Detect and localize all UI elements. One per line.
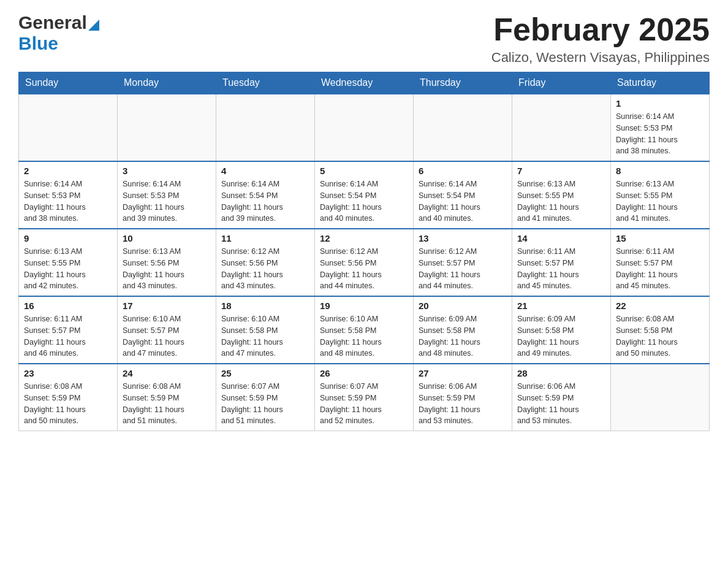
calendar-cell: 13Sunrise: 6:12 AM Sunset: 5:57 PM Dayli… bbox=[414, 229, 512, 296]
calendar-cell: 12Sunrise: 6:12 AM Sunset: 5:56 PM Dayli… bbox=[315, 229, 414, 296]
weekday-header-sunday: Sunday bbox=[19, 72, 118, 94]
weekday-header-friday: Friday bbox=[512, 72, 611, 94]
calendar-cell bbox=[512, 94, 611, 161]
calendar-cell: 25Sunrise: 6:07 AM Sunset: 5:59 PM Dayli… bbox=[216, 364, 315, 431]
calendar-header-row: SundayMondayTuesdayWednesdayThursdayFrid… bbox=[19, 72, 710, 94]
page-header: General Blue February 2025 Calizo, Weste… bbox=[18, 12, 710, 66]
calendar-cell bbox=[414, 94, 512, 161]
day-info: Sunrise: 6:09 AM Sunset: 5:58 PM Dayligh… bbox=[517, 313, 605, 359]
calendar-week-row: 23Sunrise: 6:08 AM Sunset: 5:59 PM Dayli… bbox=[19, 364, 710, 431]
day-number: 26 bbox=[320, 368, 408, 378]
calendar-cell bbox=[216, 94, 315, 161]
day-number: 28 bbox=[517, 368, 605, 378]
day-number: 16 bbox=[24, 301, 112, 311]
day-info: Sunrise: 6:13 AM Sunset: 5:55 PM Dayligh… bbox=[24, 246, 112, 292]
calendar-cell: 26Sunrise: 6:07 AM Sunset: 5:59 PM Dayli… bbox=[315, 364, 414, 431]
calendar-table: SundayMondayTuesdayWednesdayThursdayFrid… bbox=[18, 72, 710, 431]
calendar-cell: 2Sunrise: 6:14 AM Sunset: 5:53 PM Daylig… bbox=[19, 161, 118, 229]
day-info: Sunrise: 6:08 AM Sunset: 5:58 PM Dayligh… bbox=[616, 313, 704, 359]
day-number: 1 bbox=[616, 98, 704, 109]
calendar-cell: 16Sunrise: 6:11 AM Sunset: 5:57 PM Dayli… bbox=[19, 296, 118, 364]
day-number: 22 bbox=[616, 301, 704, 311]
logo-arrow-icon bbox=[88, 17, 99, 31]
day-info: Sunrise: 6:12 AM Sunset: 5:56 PM Dayligh… bbox=[320, 246, 408, 292]
day-info: Sunrise: 6:07 AM Sunset: 5:59 PM Dayligh… bbox=[320, 381, 408, 427]
calendar-cell: 20Sunrise: 6:09 AM Sunset: 5:58 PM Dayli… bbox=[414, 296, 512, 364]
calendar-cell: 4Sunrise: 6:14 AM Sunset: 5:54 PM Daylig… bbox=[216, 161, 315, 229]
weekday-header-thursday: Thursday bbox=[414, 72, 512, 94]
day-number: 4 bbox=[221, 166, 309, 176]
day-number: 2 bbox=[24, 166, 112, 176]
day-number: 3 bbox=[123, 166, 211, 176]
day-info: Sunrise: 6:06 AM Sunset: 5:59 PM Dayligh… bbox=[419, 381, 507, 427]
day-number: 8 bbox=[616, 166, 704, 176]
logo-general-text: General bbox=[18, 12, 87, 33]
day-number: 15 bbox=[616, 233, 704, 243]
day-info: Sunrise: 6:08 AM Sunset: 5:59 PM Dayligh… bbox=[24, 381, 112, 427]
calendar-week-row: 16Sunrise: 6:11 AM Sunset: 5:57 PM Dayli… bbox=[19, 296, 710, 364]
day-info: Sunrise: 6:11 AM Sunset: 5:57 PM Dayligh… bbox=[517, 246, 605, 292]
day-info: Sunrise: 6:12 AM Sunset: 5:57 PM Dayligh… bbox=[419, 246, 507, 292]
day-info: Sunrise: 6:14 AM Sunset: 5:53 PM Dayligh… bbox=[123, 178, 211, 224]
day-info: Sunrise: 6:14 AM Sunset: 5:54 PM Dayligh… bbox=[419, 178, 507, 224]
calendar-cell: 28Sunrise: 6:06 AM Sunset: 5:59 PM Dayli… bbox=[512, 364, 611, 431]
title-block: February 2025 Calizo, Western Visayas, P… bbox=[491, 12, 710, 66]
weekday-header-monday: Monday bbox=[118, 72, 216, 94]
day-number: 21 bbox=[517, 301, 605, 311]
day-number: 19 bbox=[320, 301, 408, 311]
day-info: Sunrise: 6:08 AM Sunset: 5:59 PM Dayligh… bbox=[123, 381, 211, 427]
day-info: Sunrise: 6:13 AM Sunset: 5:55 PM Dayligh… bbox=[517, 178, 605, 224]
logo: General Blue bbox=[18, 12, 99, 54]
calendar-cell: 11Sunrise: 6:12 AM Sunset: 5:56 PM Dayli… bbox=[216, 229, 315, 296]
day-info: Sunrise: 6:06 AM Sunset: 5:59 PM Dayligh… bbox=[517, 381, 605, 427]
day-number: 20 bbox=[419, 301, 507, 311]
day-info: Sunrise: 6:11 AM Sunset: 5:57 PM Dayligh… bbox=[616, 246, 704, 292]
calendar-cell: 17Sunrise: 6:10 AM Sunset: 5:57 PM Dayli… bbox=[118, 296, 216, 364]
calendar-cell: 22Sunrise: 6:08 AM Sunset: 5:58 PM Dayli… bbox=[611, 296, 710, 364]
day-info: Sunrise: 6:07 AM Sunset: 5:59 PM Dayligh… bbox=[221, 381, 309, 427]
day-info: Sunrise: 6:11 AM Sunset: 5:57 PM Dayligh… bbox=[24, 313, 112, 359]
day-info: Sunrise: 6:10 AM Sunset: 5:57 PM Dayligh… bbox=[123, 313, 211, 359]
weekday-header-saturday: Saturday bbox=[611, 72, 710, 94]
day-number: 25 bbox=[221, 368, 309, 378]
svg-marker-0 bbox=[88, 20, 99, 31]
weekday-header-wednesday: Wednesday bbox=[315, 72, 414, 94]
day-number: 17 bbox=[123, 301, 211, 311]
calendar-cell: 18Sunrise: 6:10 AM Sunset: 5:58 PM Dayli… bbox=[216, 296, 315, 364]
calendar-cell: 10Sunrise: 6:13 AM Sunset: 5:56 PM Dayli… bbox=[118, 229, 216, 296]
day-number: 18 bbox=[221, 301, 309, 311]
day-info: Sunrise: 6:14 AM Sunset: 5:54 PM Dayligh… bbox=[221, 178, 309, 224]
calendar-week-row: 9Sunrise: 6:13 AM Sunset: 5:55 PM Daylig… bbox=[19, 229, 710, 296]
day-number: 23 bbox=[24, 368, 112, 378]
day-number: 11 bbox=[221, 233, 309, 243]
calendar-cell bbox=[611, 364, 710, 431]
calendar-cell: 23Sunrise: 6:08 AM Sunset: 5:59 PM Dayli… bbox=[19, 364, 118, 431]
day-info: Sunrise: 6:09 AM Sunset: 5:58 PM Dayligh… bbox=[419, 313, 507, 359]
calendar-cell: 24Sunrise: 6:08 AM Sunset: 5:59 PM Dayli… bbox=[118, 364, 216, 431]
calendar-cell: 14Sunrise: 6:11 AM Sunset: 5:57 PM Dayli… bbox=[512, 229, 611, 296]
calendar-cell: 27Sunrise: 6:06 AM Sunset: 5:59 PM Dayli… bbox=[414, 364, 512, 431]
day-info: Sunrise: 6:14 AM Sunset: 5:53 PM Dayligh… bbox=[616, 111, 704, 157]
day-number: 10 bbox=[123, 233, 211, 243]
calendar-cell: 15Sunrise: 6:11 AM Sunset: 5:57 PM Dayli… bbox=[611, 229, 710, 296]
day-info: Sunrise: 6:12 AM Sunset: 5:56 PM Dayligh… bbox=[221, 246, 309, 292]
calendar-subtitle: Calizo, Western Visayas, Philippines bbox=[491, 50, 710, 66]
day-number: 24 bbox=[123, 368, 211, 378]
calendar-cell: 5Sunrise: 6:14 AM Sunset: 5:54 PM Daylig… bbox=[315, 161, 414, 229]
logo-blue-text: Blue bbox=[18, 33, 58, 54]
day-number: 14 bbox=[517, 233, 605, 243]
calendar-cell: 6Sunrise: 6:14 AM Sunset: 5:54 PM Daylig… bbox=[414, 161, 512, 229]
day-number: 13 bbox=[419, 233, 507, 243]
day-info: Sunrise: 6:13 AM Sunset: 5:55 PM Dayligh… bbox=[616, 178, 704, 224]
calendar-cell: 3Sunrise: 6:14 AM Sunset: 5:53 PM Daylig… bbox=[118, 161, 216, 229]
day-number: 12 bbox=[320, 233, 408, 243]
calendar-week-row: 2Sunrise: 6:14 AM Sunset: 5:53 PM Daylig… bbox=[19, 161, 710, 229]
weekday-header-tuesday: Tuesday bbox=[216, 72, 315, 94]
day-info: Sunrise: 6:10 AM Sunset: 5:58 PM Dayligh… bbox=[221, 313, 309, 359]
day-number: 7 bbox=[517, 166, 605, 176]
calendar-week-row: 1Sunrise: 6:14 AM Sunset: 5:53 PM Daylig… bbox=[19, 94, 710, 161]
calendar-cell: 21Sunrise: 6:09 AM Sunset: 5:58 PM Dayli… bbox=[512, 296, 611, 364]
calendar-cell: 7Sunrise: 6:13 AM Sunset: 5:55 PM Daylig… bbox=[512, 161, 611, 229]
calendar-cell bbox=[315, 94, 414, 161]
calendar-cell bbox=[19, 94, 118, 161]
